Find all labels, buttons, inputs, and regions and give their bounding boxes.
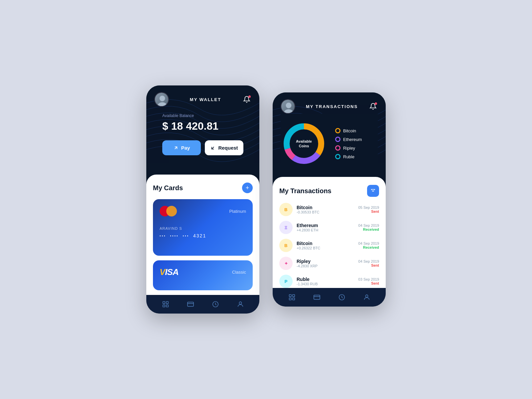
transactions-phone: MY TRANSACTIONS: [273, 92, 386, 307]
svg-rect-6: [163, 302, 165, 304]
svg-rect-10: [187, 302, 193, 307]
cards-title: My Cards: [153, 184, 183, 192]
tx-nav-grid[interactable]: [287, 293, 297, 302]
tx-avatar: [281, 99, 295, 114]
filter-button[interactable]: [367, 185, 379, 197]
svg-rect-30: [292, 295, 294, 297]
tx-item-1[interactable]: Ξ Ethereum +4.2830 ETH 04 Sep 2019 Recei…: [279, 221, 379, 234]
tx-meta-4: 03 Sep 2019 Sent: [358, 277, 379, 285]
donut-label: AvailableCoins: [296, 139, 312, 149]
svg-point-13: [239, 302, 241, 304]
card-type-visa: Classic: [232, 270, 246, 275]
legend-ripley-label: Ripley: [343, 146, 355, 151]
cards-section: My Cards + Platinum ARAVIND S ••• ••••: [146, 175, 259, 295]
tx-meta-1: 04 Sep 2019 Received: [358, 223, 379, 231]
notification-dot: [248, 95, 251, 98]
legend-bitcoin-label: Bitcoin: [343, 128, 356, 133]
donut-chart: AvailableCoins: [281, 120, 327, 167]
tx-notification-bell[interactable]: [368, 102, 378, 111]
visa-card: VISA Classic: [153, 260, 253, 290]
nav-grid[interactable]: [161, 300, 170, 309]
transactions-section: My Transactions B Bitcoi: [273, 177, 386, 288]
request-label: Request: [218, 145, 238, 151]
card-number: ••• •••• ••• 4321: [160, 233, 246, 238]
svg-point-2: [160, 96, 165, 101]
legend-ethereum: Ethereum: [335, 137, 362, 142]
tx-info-4: Ruble -1.3430 RUB: [297, 277, 354, 286]
nav-profile[interactable]: [236, 300, 245, 309]
platinum-card: Platinum ARAVIND S ••• •••• ••• 4321: [153, 199, 253, 256]
visa-logo: VISA: [160, 267, 179, 277]
tx-info-1: Ethereum +4.2830 ETH: [297, 223, 354, 232]
legend-ripley: Ripley: [335, 145, 362, 151]
request-button[interactable]: Request: [205, 140, 243, 155]
svg-rect-7: [166, 302, 168, 304]
mastercard-logo: [160, 206, 177, 216]
tx-info-3: Ripley -4.2830 XRP: [297, 259, 354, 268]
tx-meta-3: 04 Sep 2019 Sent: [358, 259, 379, 267]
tx-icon-0: B: [279, 203, 293, 216]
balance-label: Available Balance: [162, 113, 243, 118]
svg-rect-29: [289, 295, 291, 297]
svg-point-36: [365, 295, 368, 297]
tx-notification-dot: [375, 102, 377, 105]
nav-card[interactable]: [186, 300, 195, 309]
svg-point-16: [286, 103, 291, 108]
card-type-platinum: Platinum: [229, 209, 246, 214]
card-holder-name: ARAVIND S: [160, 226, 246, 230]
tx-item-0[interactable]: B Bitcoin -0.30533 BTC 05 Sep 2019 Sent: [279, 203, 379, 216]
legend-bitcoin: Bitcoin: [335, 128, 362, 133]
tx-nav-profile[interactable]: [362, 293, 371, 302]
legend-ruble: Ruble: [335, 154, 362, 159]
chart-legend: Bitcoin Ethereum Ripley Ruble: [335, 128, 362, 159]
tx-info-0: Bitcoin -0.30533 BTC: [297, 205, 354, 214]
wallet-bottom-nav: [146, 295, 259, 314]
legend-ruble-label: Ruble: [343, 154, 354, 159]
pay-label: Pay: [181, 145, 190, 151]
tx-item-3[interactable]: ✦ Ripley -4.2830 XRP 04 Sep 2019 Sent: [279, 257, 379, 270]
tx-icon-1: Ξ: [279, 221, 293, 234]
tx-nav-history[interactable]: [337, 293, 346, 302]
svg-rect-32: [292, 298, 294, 300]
svg-rect-8: [163, 305, 165, 307]
legend-ethereum-label: Ethereum: [343, 137, 362, 142]
svg-rect-31: [289, 298, 291, 300]
nav-history[interactable]: [211, 300, 220, 309]
tx-meta-0: 05 Sep 2019 Sent: [358, 205, 379, 213]
tx-icon-2: B: [279, 239, 293, 252]
tx-nav-card[interactable]: [312, 293, 322, 302]
tx-info-2: Bitcoin +0.26322 BTC: [297, 241, 354, 250]
tx-icon-3: ✦: [279, 257, 293, 270]
tx-bottom-nav: [273, 288, 386, 307]
wallet-title: MY WALLET: [190, 97, 221, 102]
add-card-button[interactable]: +: [242, 183, 253, 193]
wallet-phone: MY WALLET Available Balance $ 18 420.81: [146, 85, 259, 314]
tx-meta-2: 04 Sep 2019 Received: [358, 241, 379, 249]
tx-section-title: My Transactions: [279, 187, 332, 195]
balance-amount: $ 18 420.81: [162, 120, 243, 132]
pay-button[interactable]: Pay: [162, 140, 201, 155]
svg-rect-33: [314, 295, 320, 300]
avatar: [154, 92, 169, 107]
svg-line-5: [212, 147, 214, 149]
tx-item-2[interactable]: B Bitcoin +0.26322 BTC 04 Sep 2019 Recei…: [279, 239, 379, 252]
transaction-list: B Bitcoin -0.30533 BTC 05 Sep 2019 Sent …: [279, 203, 379, 288]
tx-header-title: MY TRANSACTIONS: [306, 104, 358, 109]
svg-rect-9: [166, 305, 168, 307]
tx-icon-4: P: [279, 275, 293, 288]
svg-line-4: [175, 147, 177, 149]
notification-bell[interactable]: [242, 95, 251, 104]
tx-item-4[interactable]: P Ruble -1.3430 RUB 03 Sep 2019 Sent: [279, 275, 379, 288]
